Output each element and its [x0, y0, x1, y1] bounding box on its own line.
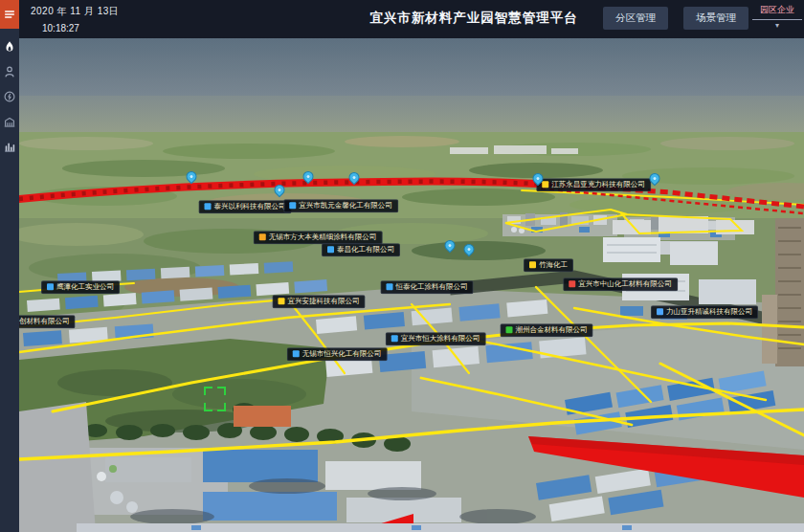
flame-icon[interactable]	[3, 40, 16, 54]
sidebar-item-menu[interactable]	[0, 0, 19, 29]
company-label[interactable]: 宜兴市中山化工材料有限公司	[563, 277, 678, 291]
company-label-text: 江苏永昌亚克力科技有限公司	[551, 181, 645, 188]
factory-building-icon[interactable]	[3, 115, 16, 128]
bar-chart-icon[interactable]	[3, 140, 16, 153]
company-icon	[205, 204, 212, 211]
company-icon	[569, 281, 575, 288]
company-label[interactable]: 鹰潭化工实业公司	[41, 280, 120, 294]
company-label-text: 力山亚升精诚科技有限公司	[666, 308, 752, 316]
company-icon	[293, 351, 300, 358]
person-icon[interactable]	[3, 65, 16, 78]
company-label-text: 恒泰化工涂料有限公司	[396, 283, 468, 291]
company-label-text: 潮州合金材料有限公司	[516, 326, 588, 334]
company-label[interactable]: 力山亚升精诚科技有限公司	[651, 305, 758, 319]
company-label-text: 宜兴市凯元金馨化工有限公司	[299, 202, 392, 210]
company-label[interactable]: 泰兴以利科技有限公司	[199, 200, 292, 213]
company-label-text: 无锡市恒兴化工有限公司	[302, 350, 382, 358]
company-icon	[327, 247, 334, 254]
company-label-text: 泰昌化工有限公司	[337, 246, 394, 254]
park-enterprise-dropdown[interactable]: 园区企业 ▾	[752, 4, 802, 30]
datetime: 2020 年 11 月 13日 10:18:27	[31, 5, 119, 33]
company-icon	[387, 284, 393, 291]
company-label-text: 宜兴市中山化工材料有限公司	[578, 280, 672, 288]
hamburger-icon	[3, 8, 16, 21]
company-icon	[279, 299, 285, 305]
company-icon	[47, 284, 54, 291]
company-label[interactable]: 泰昌化工有限公司	[322, 243, 400, 256]
company-icon	[391, 336, 398, 343]
company-label-text: 无锡市方大本美精细涂料有限公司	[269, 233, 377, 241]
company-label[interactable]: 竹海化工	[524, 258, 573, 272]
company-icon	[529, 262, 536, 269]
company-label-text: 泰兴以利科技有限公司	[214, 203, 286, 211]
company-label[interactable]: 潮州合金材料有限公司	[501, 323, 593, 337]
company-label[interactable]: 恒泰化工涂料有限公司	[381, 280, 474, 294]
company-label[interactable]: 宜兴市凯元金馨化工有限公司	[283, 199, 398, 212]
company-label-text: 竹海化工	[539, 261, 568, 269]
company-icon	[289, 203, 296, 210]
company-icon	[259, 234, 266, 241]
company-label[interactable]: 宜兴安捷科技有限公司	[273, 295, 366, 308]
energy-gauge-icon[interactable]	[3, 90, 16, 103]
date-text: 2020 年 11 月 13日	[31, 5, 119, 18]
top-header: 2020 年 11 月 13日 10:18:27 宜兴市新材料产业园智慧管理平台…	[19, 0, 804, 38]
company-label-text: 鹰潭化工实业公司	[56, 283, 114, 291]
left-sidebar	[0, 0, 19, 532]
zone-management-button[interactable]: 分区管理	[603, 7, 668, 30]
time-text: 10:18:27	[42, 23, 119, 33]
company-icon	[506, 327, 513, 334]
company-label[interactable]: 江苏永昌亚克力科技有限公司	[536, 178, 651, 191]
company-label[interactable]: 无锡市恒兴化工有限公司	[287, 347, 388, 361]
map-3d-scene[interactable]	[0, 0, 804, 532]
company-label-text: 宜兴安捷科技有限公司	[288, 298, 360, 305]
company-icon	[657, 309, 663, 316]
company-label-text: 宜兴市恒大涂料有限公司	[401, 335, 480, 343]
page-title: 宜兴市新材料产业园智慧管理平台	[369, 10, 578, 27]
company-icon	[542, 182, 548, 188]
company-label[interactable]: 宜兴市恒大涂料有限公司	[386, 332, 486, 345]
dropdown-label: 园区企业	[752, 4, 802, 20]
scene-management-button[interactable]: 场景管理	[683, 7, 748, 30]
chevron-down-icon: ▾	[752, 21, 802, 30]
company-label[interactable]: 无锡市方大本美精细涂料有限公司	[254, 231, 383, 244]
